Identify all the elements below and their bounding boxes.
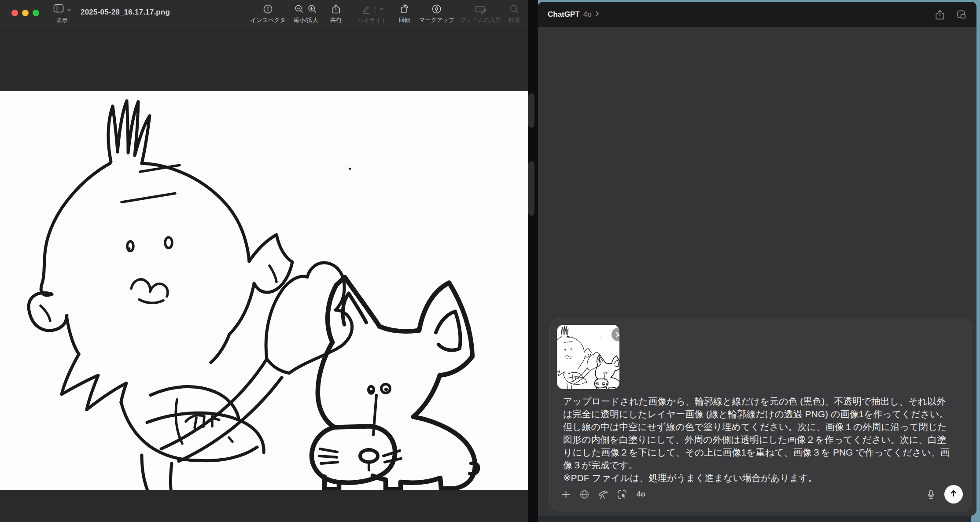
attach-plus-icon[interactable] xyxy=(560,489,571,500)
message-line: ※PDF ファイルは、処理がうまく進まない場合があります。 xyxy=(563,471,966,484)
view-menu-button[interactable]: 表示 xyxy=(49,4,75,24)
message-line: アップロードされた画像から、輪郭線と線だけを元の色 (黒色)、不透明で抽出し、そ… xyxy=(563,395,966,408)
sidebar-icon xyxy=(53,4,64,15)
sketch-drawing xyxy=(0,91,528,490)
search-icon xyxy=(510,4,519,14)
markup-button[interactable]: マークアップ xyxy=(419,3,454,24)
screen-cursor-operator-icon[interactable] xyxy=(616,489,628,500)
form-fill-button[interactable]: フォームの入力 xyxy=(461,3,501,24)
duplicate-window-icon[interactable] xyxy=(956,9,967,20)
zoom-in-icon[interactable] xyxy=(308,4,317,14)
zoom-label: 縮小/拡大 xyxy=(294,16,318,24)
up-arrow-icon xyxy=(948,488,959,500)
markup-label: マークアップ xyxy=(419,16,454,24)
markup-pen-icon xyxy=(432,4,442,14)
send-message-button[interactable] xyxy=(944,485,963,504)
image-canvas xyxy=(0,91,528,490)
chatgpt-header: ChatGPT 4o xyxy=(538,2,976,27)
form-fill-icon xyxy=(475,4,487,14)
telescope-deep-research-icon[interactable] xyxy=(597,489,609,500)
message-input-text[interactable]: アップロードされた画像から、輪郭線と線だけを元の色 (黒色)、不透明で抽出し、そ… xyxy=(563,395,966,484)
composer-model-label[interactable]: 4o xyxy=(637,490,645,499)
search-button[interactable]: 検索 xyxy=(508,3,520,24)
scrollbar-piece[interactable] xyxy=(528,93,534,128)
message-line: 但し線の中は中空にせず線の色で塗り埋めてください。次に、画像１の外周に沿って閉じ… xyxy=(563,420,966,433)
message-line: 像３が完成です。 xyxy=(563,459,966,471)
divider xyxy=(375,6,376,13)
chatgpt-window: ChatGPT 4o xyxy=(538,2,976,516)
highlight-pen-icon xyxy=(361,4,371,14)
highlight-label: ハイライト xyxy=(358,16,387,24)
share-icon xyxy=(331,4,341,14)
composer[interactable]: アップロードされた画像から、輪郭線と線だけを元の色 (黒色)、不透明で抽出し、そ… xyxy=(549,318,972,511)
chevron-down-icon[interactable] xyxy=(379,7,384,11)
globe-search-icon[interactable] xyxy=(579,489,590,500)
close-window-button[interactable] xyxy=(11,10,18,16)
window-gap xyxy=(528,0,538,522)
search-label: 検索 xyxy=(508,16,520,24)
share-button[interactable]: 共有 xyxy=(330,3,342,24)
chevron-down-icon xyxy=(67,5,71,13)
app-name: ChatGPT xyxy=(548,10,580,19)
close-x-icon xyxy=(615,331,620,338)
preview-titlebar: 表示 2025-05-28_16.17.17.png インスペクタ xyxy=(0,0,528,27)
attachment-preview-image xyxy=(557,325,619,389)
microphone-icon[interactable] xyxy=(925,489,936,500)
zoom-out-icon[interactable] xyxy=(295,4,304,14)
form-fill-label: フォームの入力 xyxy=(461,16,501,24)
message-line: 図形の内側を白塗りにして、外周の外側は透明にした画像２を作ってください。次に、白… xyxy=(563,433,966,446)
minimize-window-button[interactable] xyxy=(22,10,29,16)
share-label: 共有 xyxy=(330,16,342,24)
composer-toolbar: 4o xyxy=(550,484,972,505)
share-export-icon[interactable] xyxy=(935,9,945,20)
window-title: 2025-05-28_16.17.17.png xyxy=(81,8,170,17)
desktop: 表示 2025-05-28_16.17.17.png インスペクタ xyxy=(0,0,980,522)
zoom-controls[interactable]: 縮小/拡大 xyxy=(294,3,318,24)
rotate-icon xyxy=(399,4,410,14)
highlight-button[interactable]: ハイライト xyxy=(358,3,387,24)
model-selector[interactable]: ChatGPT 4o xyxy=(548,10,599,19)
message-line: は完全に透明にしたレイヤー画像 (線と輪郭線だけの透過 PNG) の画像1を作っ… xyxy=(563,408,966,420)
scrollbar-piece[interactable] xyxy=(528,161,534,216)
inspector-label: インスペクタ xyxy=(251,16,286,24)
view-menu-label: 表示 xyxy=(49,17,75,24)
model-label: 4o xyxy=(583,10,592,19)
zoom-window-button[interactable] xyxy=(33,10,39,16)
window-shadow xyxy=(538,516,971,522)
chat-thread: アップロードされた画像から、輪郭線と線だけを元の色 (黒色)、不透明で抽出し、そ… xyxy=(538,27,976,516)
rotate-label: 回転 xyxy=(399,16,410,24)
rotate-button[interactable]: 回転 xyxy=(399,3,410,24)
chevron-right-icon xyxy=(595,11,599,18)
preview-window: 表示 2025-05-28_16.17.17.png インスペクタ xyxy=(0,0,528,522)
attachment-thumbnail[interactable] xyxy=(557,325,619,389)
inspector-button[interactable]: インスペクタ xyxy=(251,3,286,24)
message-line: りにした画像２を下にして、その上に画像1を重ねて、画像３を PNG で作ってくだ… xyxy=(563,446,966,459)
inspector-info-icon xyxy=(263,4,273,14)
